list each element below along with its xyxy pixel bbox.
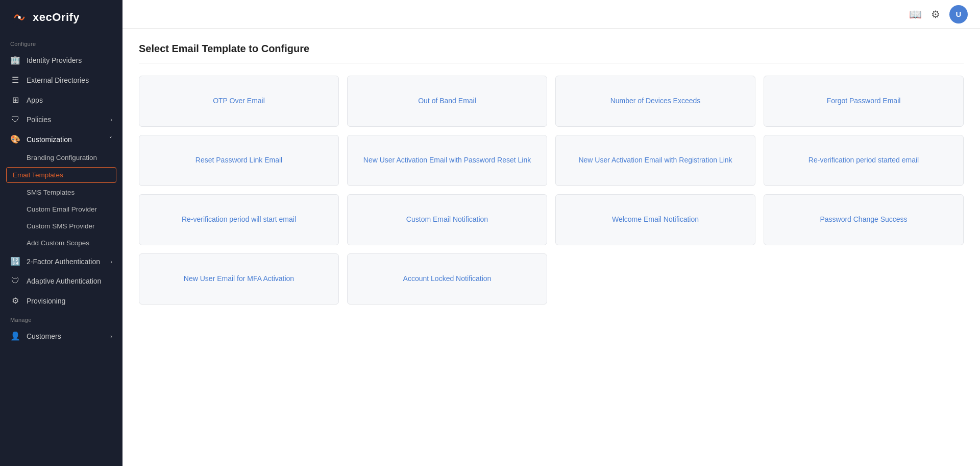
template-card-label: Reset Password Link Email (195, 155, 282, 166)
sidebar-sub-email-templates[interactable]: Email Templates (6, 167, 116, 183)
template-card-welcome-email-notification[interactable]: Welcome Email Notification (555, 194, 755, 245)
sidebar-item-apps[interactable]: ⊞ Apps (0, 90, 122, 110)
template-card-out-of-band-email[interactable]: Out of Band Email (347, 76, 547, 127)
manage-section-label: Manage (0, 311, 122, 326)
sidebar-item-label: 2-Factor Authentication (27, 258, 100, 266)
sidebar-item-external-directories[interactable]: ☰ External Directories (0, 70, 122, 90)
sidebar-sub-branding-configuration[interactable]: Branding Configuration (0, 149, 122, 166)
template-card-label: Number of Devices Exceeds (610, 96, 701, 106)
page-title: Select Email Template to Configure (139, 43, 964, 63)
template-card-label: Account Locked Notification (403, 274, 492, 284)
customization-icon: 🎨 (10, 134, 20, 144)
template-card-forgot-password-email[interactable]: Forgot Password Email (764, 76, 964, 127)
template-card-new-user-activation-registration[interactable]: New User Activation Email with Registrat… (555, 135, 755, 186)
sidebar-item-label: Customers (27, 332, 61, 340)
adaptive-auth-icon: 🛡 (10, 276, 20, 286)
sidebar-sub-custom-email-provider[interactable]: Custom Email Provider (0, 201, 122, 218)
identity-providers-icon: 🏢 (10, 55, 20, 65)
template-card-label: Re-verification period will start email (182, 215, 296, 225)
svg-point-1 (18, 16, 20, 18)
topbar: 📖 ⚙ U (122, 0, 980, 29)
template-card-reset-password-link-email[interactable]: Reset Password Link Email (139, 135, 339, 186)
template-card-re-verification-started[interactable]: Re-verification period started email (764, 135, 964, 186)
template-card-label: New User Email for MFA Activation (184, 274, 294, 284)
book-icon[interactable]: 📖 (909, 8, 922, 20)
template-card-label: Re-verification period started email (808, 155, 919, 166)
template-card-password-change-success[interactable]: Password Change Success (764, 194, 964, 245)
template-card-account-locked-notification[interactable]: Account Locked Notification (347, 253, 547, 305)
provisioning-icon: ⚙ (10, 296, 20, 306)
sidebar-item-label: Identity Providers (27, 56, 82, 64)
template-card-label: Password Change Success (820, 215, 907, 225)
apps-icon: ⊞ (10, 95, 20, 105)
2fa-chevron: › (110, 259, 112, 265)
configure-section-label: Configure (0, 35, 122, 50)
sidebar-item-customization[interactable]: 🎨 Customization ˅ (0, 129, 122, 149)
sidebar-item-label: Policies (27, 115, 51, 124)
policies-chevron: › (110, 116, 112, 123)
sidebar-item-identity-providers[interactable]: 🏢 Identity Providers (0, 50, 122, 70)
sidebar-item-adaptive-auth[interactable]: 🛡 Adaptive Authentication (0, 271, 122, 291)
template-card-label: OTP Over Email (213, 96, 265, 106)
template-grid: OTP Over EmailOut of Band EmailNumber of… (139, 76, 964, 305)
sidebar-item-2fa[interactable]: 🔢 2-Factor Authentication › (0, 251, 122, 271)
template-card-otp-over-email[interactable]: OTP Over Email (139, 76, 339, 127)
customers-chevron: › (110, 333, 112, 339)
template-card-label: Custom Email Notification (406, 215, 488, 225)
template-card-custom-email-notification[interactable]: Custom Email Notification (347, 194, 547, 245)
content-area: Select Email Template to Configure OTP O… (122, 29, 980, 466)
sidebar-item-customers[interactable]: 👤 Customers › (0, 326, 122, 346)
template-card-label: Welcome Email Notification (612, 215, 699, 225)
sidebar-item-label: Provisioning (27, 297, 65, 305)
customization-chevron: ˅ (109, 136, 112, 143)
sidebar-item-label: External Directories (27, 76, 89, 84)
template-card-new-user-email-mfa[interactable]: New User Email for MFA Activation (139, 253, 339, 305)
template-card-label: New User Activation Email with Password … (363, 155, 531, 166)
external-directories-icon: ☰ (10, 75, 20, 85)
sidebar-item-label: Adaptive Authentication (27, 277, 101, 285)
2fa-icon: 🔢 (10, 257, 20, 266)
sidebar-item-label: Apps (27, 96, 43, 104)
logo: xecOrify (0, 0, 122, 35)
sidebar: xecOrify Configure 🏢 Identity Providers … (0, 0, 122, 466)
customers-icon: 👤 (10, 331, 20, 341)
sidebar-sub-add-custom-scopes[interactable]: Add Custom Scopes (0, 235, 122, 251)
sidebar-sub-custom-sms-provider[interactable]: Custom SMS Provider (0, 218, 122, 235)
template-card-re-verification-will-start[interactable]: Re-verification period will start email (139, 194, 339, 245)
sidebar-sub-sms-templates[interactable]: SMS Templates (0, 184, 122, 201)
gear-icon[interactable]: ⚙ (931, 8, 940, 20)
template-card-new-user-activation-password-reset[interactable]: New User Activation Email with Password … (347, 135, 547, 186)
policies-icon: 🛡 (10, 115, 20, 124)
template-card-label: New User Activation Email with Registrat… (578, 155, 732, 166)
sidebar-item-policies[interactable]: 🛡 Policies › (0, 110, 122, 129)
template-card-number-of-devices-exceeds[interactable]: Number of Devices Exceeds (555, 76, 755, 127)
template-card-label: Out of Band Email (418, 96, 476, 106)
sidebar-item-provisioning[interactable]: ⚙ Provisioning (0, 291, 122, 311)
main-content: 📖 ⚙ U Select Email Template to Configure… (122, 0, 980, 466)
avatar[interactable]: U (949, 5, 968, 24)
template-card-label: Forgot Password Email (827, 96, 901, 106)
logo-text: xecOrify (33, 11, 80, 24)
sidebar-item-label: Customization (27, 135, 72, 144)
